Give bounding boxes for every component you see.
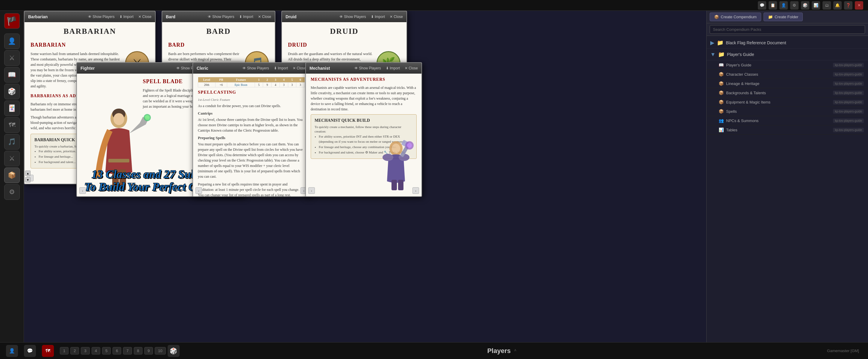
scroll-down-btn[interactable]: ▼ [25, 177, 31, 183]
scene-3[interactable]: 3 [81, 347, 90, 355]
search-bar [707, 23, 868, 36]
bottom-actors-btn[interactable]: 👤 [6, 345, 18, 357]
pack-item-classes-label: Character Classes [726, 72, 758, 76]
mechanist-body: MECHANISTS AS ADVENTURERS Mechanists are… [306, 74, 422, 196]
players-label: Players [487, 347, 510, 355]
scene-9[interactable]: 9 [144, 347, 153, 355]
right-sidebar: 📦 Create Compendium 📁 Create Folder ▶ 📁 … [706, 11, 868, 342]
mechanist-nav-right[interactable]: › [412, 187, 419, 194]
scene-5[interactable]: 5 [102, 347, 111, 355]
search-compendium-input[interactable] [710, 25, 865, 34]
folder-arrow-icon-2: ▼ [710, 52, 716, 58]
dice-roll-btn[interactable]: 🎲 [167, 345, 180, 357]
table-cell-6: 3 [296, 83, 305, 87]
pack-item-spells[interactable]: 📦 Spells kp-tov-players-guide [707, 107, 868, 116]
sidebar-item-scenes[interactable]: 🗺 [4, 117, 20, 133]
cleric-close[interactable]: ✕ Close [293, 66, 306, 70]
pack-item-tables[interactable]: 📊 Tables kp-tov-players-guide [707, 125, 868, 135]
druid-close[interactable]: ✕ Close [390, 15, 403, 19]
barbarian-import[interactable]: ⬇ Import [119, 15, 133, 19]
sidebar-item-tables[interactable]: 🎲 [4, 84, 20, 99]
folder-players-guide[interactable]: ▼ 📁 Player's Guide [707, 49, 868, 60]
pack-item-lineage-heritage[interactable]: 📦 Lineage & Heritage kp-tov-players-guid… [707, 79, 868, 88]
cleric-titlebar[interactable]: Cleric 👁 Show Players ⬇ Import ✕ Close [193, 63, 309, 74]
sidebar-item-compendium[interactable]: 📦 [4, 167, 20, 183]
help-icon[interactable]: ❓ [844, 1, 852, 9]
notify-icon[interactable]: 🔔 [833, 1, 842, 9]
sidebar-item-combat[interactable]: ⚔ [4, 151, 20, 166]
bard-titlebar[interactable]: Bard 👁 Show Players ⬇ Import ✕ Close [162, 11, 275, 22]
scene-7[interactable]: 7 [123, 347, 132, 355]
players-toggle[interactable]: ^ [514, 349, 516, 353]
barbarian-close[interactable]: ✕ Close [138, 15, 151, 19]
close-app-icon[interactable]: ✕ [855, 1, 863, 9]
barbarian-titlebar[interactable]: Barbarian 👁 Show Players ⬇ Import ✕ Clos… [25, 11, 155, 22]
bottom-chat-btn[interactable]: 💬 [24, 345, 36, 357]
svg-rect-16 [392, 180, 397, 190]
pack-item-lineage-label: Lineage & Heritage [726, 81, 760, 86]
folder-icon[interactable]: 🗂 [823, 1, 831, 9]
druid-show-players[interactable]: 👁 Show Players [339, 15, 366, 19]
mechanist-nav-left[interactable]: ‹ [308, 187, 315, 194]
pack-item-backgrounds[interactable]: 📦 Backgrounds & Talents kp-tov-players-g… [707, 88, 868, 98]
table-header-c6: 6 [296, 77, 305, 83]
scene-10[interactable]: 10 [155, 347, 165, 355]
barbarian-show-players[interactable]: 👁 Show Players [88, 15, 115, 19]
cleric-nav-left[interactable]: ‹ [195, 187, 202, 194]
mechanist-import[interactable]: ⬇ Import [386, 66, 400, 70]
main-layout: 🏴 👤 ⚔ 📖 🎲 🃏 🗺 🎵 ⚔ 📦 ⚙ Barbarian 👁 Show P… [0, 11, 868, 342]
sidebar-item-playlists[interactable]: 🎵 [4, 134, 20, 150]
create-compendium-btn[interactable]: 📦 Create Compendium [710, 12, 761, 21]
bard-close[interactable]: ✕ Close [258, 15, 271, 19]
fighter-nav-left[interactable]: ‹ [79, 187, 86, 194]
scroll-up-btn[interactable]: ▲ [25, 170, 31, 176]
druid-titlebar[interactable]: Druid 👁 Show Players ⬇ Import ✕ Close [282, 11, 406, 22]
notes-icon[interactable]: 📋 [769, 1, 777, 9]
sidebar-item-items[interactable]: ⚔ [4, 50, 20, 66]
scene-1[interactable]: 1 [60, 347, 68, 355]
user-icon[interactable]: 👤 [779, 1, 788, 9]
create-folder-btn[interactable]: 📁 Create Folder [764, 12, 803, 21]
app-logo: 🏴 [4, 13, 20, 29]
bard-import[interactable]: ⬇ Import [239, 15, 253, 19]
pack-item-players-guide[interactable]: 📖 Player's Guide kp-tov-players-guide [707, 60, 868, 70]
gamemaster-label: Gamemaster [GM] [824, 349, 862, 353]
cleric-cantrips-title: Cantrips [198, 111, 305, 116]
settings-icon[interactable]: ⚙ [790, 1, 799, 9]
mechanist-titlebar[interactable]: Mechanist 👁 Show Players ⬇ Import ✕ Clos… [306, 63, 422, 74]
cleric-show-players[interactable]: 👁 Show Players [243, 66, 269, 70]
scene-6[interactable]: 6 [113, 347, 121, 355]
chat-icon[interactable]: 💬 [758, 1, 766, 9]
table-cell-5: 3 [288, 83, 296, 87]
macro-icon[interactable]: 📊 [812, 1, 820, 9]
barbarian-section-title: BARBARIAN [31, 42, 149, 48]
scene-4[interactable]: 4 [92, 347, 100, 355]
cleric-actions: 👁 Show Players ⬇ Import ✕ Close [243, 66, 306, 70]
left-sidebar: 🏴 👤 ⚔ 📖 🎲 🃏 🗺 🎵 ⚔ 📦 ⚙ [0, 11, 24, 342]
right-topbar: 📦 Create Compendium 📁 Create Folder [707, 11, 868, 23]
pack-item-npcs[interactable]: 👥 NPCs & Summons kp-tov-players-guide [707, 116, 868, 125]
bottom-scene-btn[interactable]: 🗺 [42, 345, 54, 357]
fighter-character-art [86, 100, 152, 196]
pack-item-tag-7: kp-tov-players-guide [833, 119, 864, 123]
dice-icon[interactable]: 🎲 [801, 1, 809, 9]
bard-show-players[interactable]: 👁 Show Players [208, 15, 235, 19]
scene-8[interactable]: 8 [134, 347, 143, 355]
sidebar-item-settings[interactable]: ⚙ [4, 184, 20, 200]
cleric-import[interactable]: ⬇ Import [274, 66, 288, 70]
mechanist-show-players[interactable]: 👁 Show Players [354, 66, 381, 70]
scene-2[interactable]: 2 [70, 347, 79, 355]
pack-item-tables-label: Tables [726, 128, 738, 132]
pack-item-character-classes[interactable]: 📦 Character Classes kp-tov-players-guide [707, 70, 868, 79]
mechanist-close[interactable]: ✕ Close [405, 66, 418, 70]
mechanist-section-title: MECHANISTS AS ADVENTURERS [311, 77, 416, 82]
sidebar-item-journal[interactable]: 📖 [4, 67, 20, 83]
scene-controls: 1 2 3 4 5 6 7 8 9 10 🎲 [60, 345, 180, 357]
folder-black-flag[interactable]: ▶ 📁 Black Flag Reference Document [707, 37, 868, 49]
sidebar-item-cards[interactable]: 🃏 [4, 100, 20, 116]
druid-import[interactable]: ⬇ Import [371, 15, 385, 19]
sidebar-item-actors[interactable]: 👤 [4, 33, 20, 49]
svg-rect-5 [112, 169, 119, 190]
pack-item-equipment[interactable]: 📦 Equipment & Magic Items kp-tov-players… [707, 98, 868, 107]
fighter-title: Fighter [81, 66, 95, 71]
